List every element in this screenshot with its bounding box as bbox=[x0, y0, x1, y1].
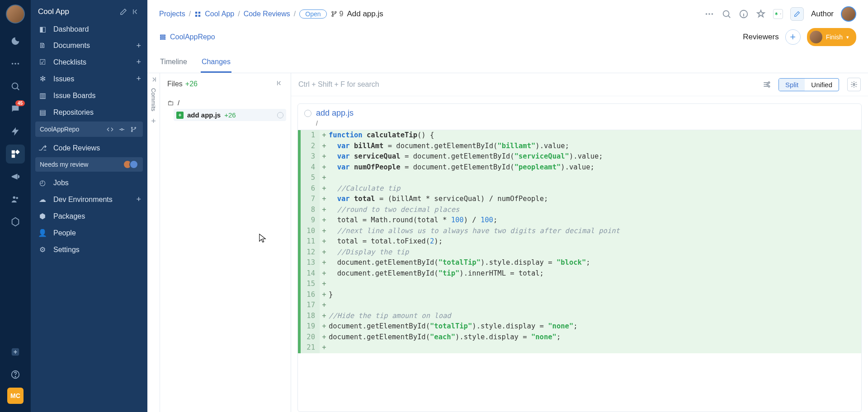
edit-review-icon[interactable] bbox=[790, 7, 804, 21]
mark-read-toggle[interactable] bbox=[277, 112, 283, 118]
code-line[interactable]: 20+document.getElementById("each").style… bbox=[298, 332, 861, 343]
search-icon[interactable] bbox=[6, 77, 25, 96]
add-checklist-icon[interactable]: + bbox=[136, 57, 141, 67]
main-area: Projects / Cool App / Code Reviews / Ope… bbox=[147, 0, 868, 412]
diff-file-name[interactable]: add app.js bbox=[316, 108, 354, 118]
tab-timeline[interactable]: Timeline bbox=[159, 54, 188, 73]
finish-avatar bbox=[810, 31, 822, 43]
sidebar-sub-needs-review[interactable]: Needs my review bbox=[35, 157, 143, 172]
commits-label[interactable]: Commits bbox=[150, 88, 157, 111]
code-line[interactable]: 4+ var numOfPeople = document.getElement… bbox=[298, 162, 861, 173]
view-unified[interactable]: Unified bbox=[805, 79, 839, 91]
team-icon[interactable] bbox=[6, 190, 25, 209]
sidebar-item-dev-envs[interactable]: ☁Dev Environments+ bbox=[31, 191, 147, 208]
sidebar-item-packages[interactable]: ⬢Packages bbox=[31, 208, 147, 225]
theme-toggle-icon[interactable] bbox=[6, 32, 25, 51]
code-line[interactable]: 15+ bbox=[298, 279, 861, 290]
code-line[interactable]: 3+ var serviceQual = document.getElement… bbox=[298, 151, 861, 162]
repo-link[interactable]: CoolAppRepo bbox=[159, 33, 215, 41]
help-icon[interactable] bbox=[6, 365, 25, 384]
code-line[interactable]: 21+ bbox=[298, 342, 861, 353]
mark-file-read-toggle[interactable] bbox=[304, 110, 311, 117]
code-line[interactable]: 12+ //Display the tip bbox=[298, 247, 861, 258]
star-icon[interactable] bbox=[756, 9, 766, 19]
chat-icon[interactable]: 45 bbox=[6, 99, 25, 118]
code-icon[interactable] bbox=[105, 124, 115, 134]
add-reviewer-button[interactable]: + bbox=[785, 29, 801, 45]
collapse-sidebar-icon[interactable] bbox=[132, 8, 140, 16]
sidebar-item-issues[interactable]: ✻Issues+ bbox=[31, 70, 147, 87]
sidebar-item-code-reviews[interactable]: ⎇Code Reviews bbox=[31, 140, 147, 156]
announcements-icon[interactable] bbox=[6, 167, 25, 186]
view-split[interactable]: Split bbox=[779, 79, 805, 91]
code-line[interactable]: 10+ //next line allows us to always have… bbox=[298, 226, 861, 237]
add-commit-icon[interactable]: + bbox=[151, 117, 156, 126]
sidebar-item-issue-boards[interactable]: ▥Issue Boards bbox=[31, 87, 147, 104]
code-line[interactable]: 1+function calculateTip() { bbox=[298, 130, 861, 141]
code-line[interactable]: 16+} bbox=[298, 290, 861, 300]
filter-icon[interactable] bbox=[762, 80, 771, 89]
code-line[interactable]: 19+document.getElementById("totalTip").s… bbox=[298, 321, 861, 332]
crumb-projects[interactable]: Projects bbox=[159, 10, 185, 18]
finish-button[interactable]: Finish ▾ bbox=[807, 28, 856, 46]
tree-root[interactable]: 🗀 / bbox=[165, 97, 286, 109]
expand-commits-icon[interactable] bbox=[150, 76, 157, 84]
user-avatar[interactable] bbox=[6, 5, 25, 23]
automation-icon[interactable] bbox=[6, 122, 25, 141]
sidebar-item-repositories[interactable]: ▤Repositories bbox=[31, 104, 147, 121]
crumb-project[interactable]: Cool App bbox=[205, 10, 234, 18]
author-avatar[interactable] bbox=[841, 6, 856, 22]
issues-icon: ✻ bbox=[38, 75, 47, 83]
code-line[interactable]: 2+ var billAmt = document.getElementById… bbox=[298, 141, 861, 152]
code-line[interactable]: 7+ var total = (billAmt * serviceQual) /… bbox=[298, 194, 861, 205]
svg-point-3 bbox=[12, 83, 18, 89]
code-line[interactable]: 18+//Hide the tip amount on load bbox=[298, 311, 861, 322]
diff-settings-icon[interactable] bbox=[847, 78, 861, 91]
code-line[interactable]: 17+ bbox=[298, 300, 861, 311]
code-line[interactable]: 9+ total = Math.round(total * 100) / 100… bbox=[298, 215, 861, 226]
add-env-icon[interactable]: + bbox=[136, 195, 141, 204]
code-diff[interactable]: 1+function calculateTip() {2+ var billAm… bbox=[298, 130, 861, 353]
boards-icon: ▥ bbox=[38, 91, 47, 100]
diff-file-header: add app.js bbox=[298, 104, 861, 120]
code-line[interactable]: 8+ //round to two decimal places bbox=[298, 205, 861, 215]
sidebar-sub-repo[interactable]: CoolAppRepo bbox=[35, 122, 143, 137]
sidebar-item-jobs[interactable]: ◴Jobs bbox=[31, 174, 147, 191]
sidebar-item-dashboard[interactable]: ◧Dashboard bbox=[31, 21, 147, 37]
more-actions-icon[interactable] bbox=[704, 9, 714, 19]
svg-point-25 bbox=[708, 13, 710, 15]
svg-rect-30 bbox=[160, 37, 165, 37]
sidebar-item-people[interactable]: 👤People bbox=[31, 225, 147, 241]
workspace-badge[interactable]: MC bbox=[7, 388, 24, 404]
code-line[interactable]: 13+ document.getElementById("totalTip").… bbox=[298, 258, 861, 268]
tree-file[interactable]: + add app.js +26 bbox=[174, 109, 286, 121]
files-header: Files +26 bbox=[160, 73, 291, 95]
code-line[interactable]: 14+ document.getElementById("tip").inner… bbox=[298, 268, 861, 279]
admin-icon[interactable] bbox=[6, 212, 25, 231]
commits-icon[interactable] bbox=[117, 124, 127, 134]
review-number: 9 bbox=[330, 10, 344, 18]
diff-search-input[interactable]: Ctrl + Shift + F for search bbox=[298, 80, 758, 89]
header-search-icon[interactable] bbox=[722, 9, 731, 19]
svg-point-21 bbox=[332, 11, 333, 13]
projects-icon[interactable] bbox=[6, 145, 25, 164]
branches-icon[interactable] bbox=[128, 124, 138, 134]
add-document-icon[interactable]: + bbox=[136, 41, 141, 51]
collapse-files-icon[interactable] bbox=[276, 80, 283, 89]
svg-point-34 bbox=[768, 86, 769, 87]
tab-changes[interactable]: Changes bbox=[201, 54, 231, 73]
more-icon[interactable] bbox=[6, 54, 25, 73]
code-line[interactable]: 5+ bbox=[298, 173, 861, 183]
code-line[interactable]: 6+ //Calculate tip bbox=[298, 183, 861, 194]
code-line[interactable]: 11+ total = total.toFixed(2); bbox=[298, 236, 861, 247]
sidebar-item-documents[interactable]: 🗎Documents+ bbox=[31, 37, 147, 54]
create-icon[interactable] bbox=[6, 342, 25, 361]
info-icon[interactable] bbox=[739, 9, 749, 19]
sidebar-item-settings[interactable]: ⚙Settings bbox=[31, 241, 147, 258]
sidebar-item-checklists[interactable]: ☑Checklists+ bbox=[31, 54, 147, 70]
gear-icon: ⚙ bbox=[38, 245, 47, 254]
notifications-dropdown[interactable] bbox=[773, 9, 783, 19]
edit-icon[interactable] bbox=[119, 8, 127, 16]
add-issue-icon[interactable]: + bbox=[136, 74, 141, 84]
crumb-section[interactable]: Code Reviews bbox=[244, 10, 290, 18]
